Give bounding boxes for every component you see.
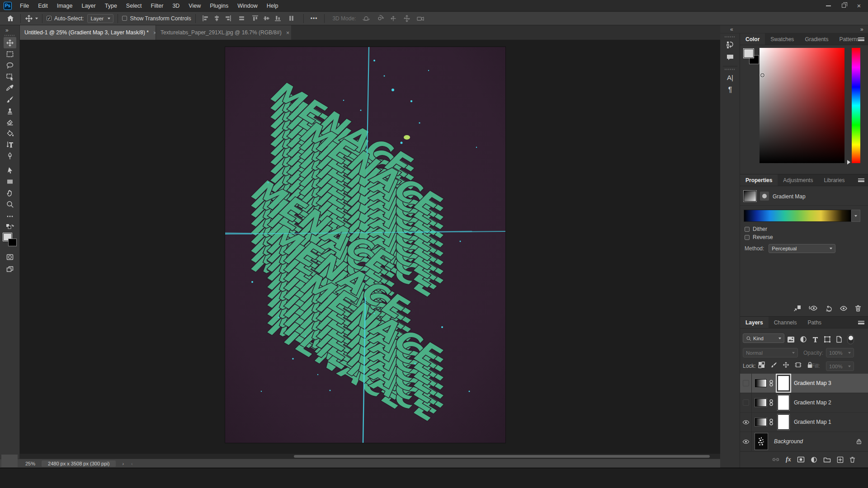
distribute-horizontal-icon[interactable] [238, 15, 245, 22]
canvas-area[interactable]: MENACEMENACEMENACEMENACEMENACEMENACEMENA… [20, 40, 720, 453]
visibility-toggle[interactable] [740, 374, 752, 393]
horizontal-scrollbar[interactable] [20, 453, 720, 459]
adjustment-thumbnail[interactable] [755, 379, 767, 387]
eraser-tool[interactable] [4, 116, 16, 127]
menu-3d[interactable]: 3D [168, 0, 184, 12]
filter-shape-layers-icon[interactable] [824, 336, 831, 343]
clone-stamp-tool[interactable] [4, 105, 16, 116]
gradient-picker-chevron[interactable] [851, 210, 860, 222]
new-adjustment-layer-icon[interactable] [811, 456, 817, 463]
screen-mode-icon[interactable] [4, 263, 16, 275]
minimize-button[interactable] [822, 0, 835, 11]
more-options-icon[interactable]: ••• [311, 15, 318, 22]
clip-to-layer-icon[interactable] [793, 305, 802, 312]
history-panel-icon[interactable] [725, 40, 736, 50]
paint-bucket-tool[interactable] [4, 127, 16, 139]
method-dropdown[interactable]: Perceptual [769, 244, 835, 253]
menu-layer[interactable]: Layer [77, 0, 100, 12]
adjustment-thumbnail[interactable] [755, 399, 767, 407]
reverse-checkbox[interactable] [745, 235, 750, 240]
menu-filter[interactable]: Filter [146, 0, 168, 12]
comments-panel-icon[interactable] [725, 52, 736, 62]
opacity-field[interactable]: 100% [826, 348, 854, 357]
filter-adjustment-layers-icon[interactable] [800, 336, 807, 343]
rectangle-tool[interactable] [4, 176, 16, 187]
mask-link-icon[interactable] [769, 399, 774, 407]
new-group-icon[interactable] [823, 456, 831, 463]
tab-color[interactable]: Color [740, 33, 765, 45]
layer-style-icon[interactable]: fx [786, 456, 791, 463]
filter-smart-objects-icon[interactable] [836, 336, 842, 343]
delete-layer-icon[interactable] [849, 456, 855, 463]
hand-tool[interactable] [4, 187, 16, 198]
tab-swatches[interactable]: Swatches [765, 33, 799, 45]
collapse-panels-icon[interactable]: » [860, 26, 863, 33]
fill-field[interactable]: 100% [826, 361, 854, 371]
swap-colors-icon[interactable] [4, 222, 16, 231]
layer-row-background[interactable]: Background [740, 432, 868, 451]
show-transform-checkbox[interactable] [122, 16, 127, 21]
filter-pixel-layers-icon[interactable] [787, 336, 795, 343]
home-icon[interactable] [5, 14, 16, 23]
layer-mask-thumbnail[interactable] [778, 414, 789, 430]
menu-plugins[interactable]: Plugins [205, 0, 233, 12]
color-field[interactable] [760, 48, 844, 163]
align-bottom-edges-icon[interactable] [274, 15, 281, 22]
move-tool[interactable] [4, 37, 16, 48]
pen-tool[interactable] [4, 150, 16, 161]
add-mask-icon[interactable] [797, 456, 805, 463]
lock-artboard-icon[interactable] [795, 361, 802, 368]
align-right-edges-icon[interactable] [225, 15, 231, 22]
3d-orbit-icon[interactable] [362, 14, 370, 23]
foreground-color-swatch[interactable] [744, 49, 754, 58]
lasso-tool[interactable] [4, 60, 16, 71]
auto-select-checkbox[interactable]: ✓ [47, 16, 52, 21]
distribute-vertical-icon[interactable] [288, 15, 295, 22]
view-previous-state-icon[interactable] [809, 305, 818, 311]
visibility-toggle[interactable] [740, 432, 752, 451]
document-tab-active[interactable]: Untitled-1 @ 25% (Gradient Map 3, Layer … [20, 25, 156, 40]
quick-mask-icon[interactable] [4, 251, 16, 263]
dither-checkbox[interactable] [745, 227, 750, 232]
zoom-tool[interactable] [4, 198, 16, 210]
path-selection-tool[interactable] [4, 164, 16, 176]
layer-row-gradient-map-2[interactable]: Gradient Map 2 [740, 393, 868, 413]
blend-mode-dropdown[interactable]: Normal [743, 348, 798, 357]
hue-slider-thumb[interactable] [847, 160, 850, 164]
scrollbar-thumb[interactable] [294, 455, 710, 458]
3d-camera-icon[interactable] [416, 14, 425, 23]
visibility-icon[interactable] [840, 305, 848, 311]
poster-document[interactable]: MENACEMENACEMENACEMENACEMENACEMENACEMENA… [225, 47, 505, 443]
marquee-tool[interactable] [4, 48, 16, 60]
close-button[interactable]: × [853, 0, 865, 11]
close-tab-icon[interactable]: × [286, 29, 290, 36]
3d-pan-icon[interactable] [389, 14, 397, 23]
foreground-background-swatches[interactable] [3, 233, 17, 247]
expand-dock-icon[interactable]: « [730, 26, 733, 33]
panel-menu-icon[interactable] [858, 321, 864, 324]
filter-toggle[interactable] [847, 334, 854, 344]
restore-button[interactable] [837, 0, 850, 11]
menu-image[interactable]: Image [52, 0, 77, 12]
align-top-edges-icon[interactable] [252, 15, 259, 22]
collapse-toolbar-icon[interactable]: » [5, 27, 9, 33]
tab-paths[interactable]: Paths [802, 317, 827, 328]
tab-properties[interactable]: Properties [740, 174, 778, 186]
menu-view[interactable]: View [184, 0, 205, 12]
delete-icon[interactable] [855, 305, 861, 312]
layer-row-gradient-map-1[interactable]: Gradient Map 1 [740, 413, 868, 432]
menu-help[interactable]: Help [262, 0, 283, 12]
filter-type-layers-icon[interactable] [812, 336, 819, 343]
status-prev-icon[interactable]: ‹ [131, 461, 133, 466]
menu-select[interactable]: Select [122, 0, 146, 12]
align-left-edges-icon[interactable] [202, 15, 209, 22]
lock-pixels-icon[interactable] [770, 361, 777, 368]
auto-select-target-dropdown[interactable]: Layer [87, 14, 113, 23]
document-tab-inactive[interactable]: Texturelabs_Paper_291XL.jpg @ 16.7% (RGB… [156, 25, 291, 40]
layer-filter-dropdown[interactable]: Kind [743, 333, 784, 343]
background-color-swatch[interactable] [8, 239, 17, 246]
color-field-cursor[interactable] [760, 73, 764, 77]
visibility-toggle[interactable] [740, 393, 752, 413]
adjustment-thumbnail[interactable] [755, 418, 767, 426]
layer-thumbnail[interactable] [755, 433, 768, 450]
